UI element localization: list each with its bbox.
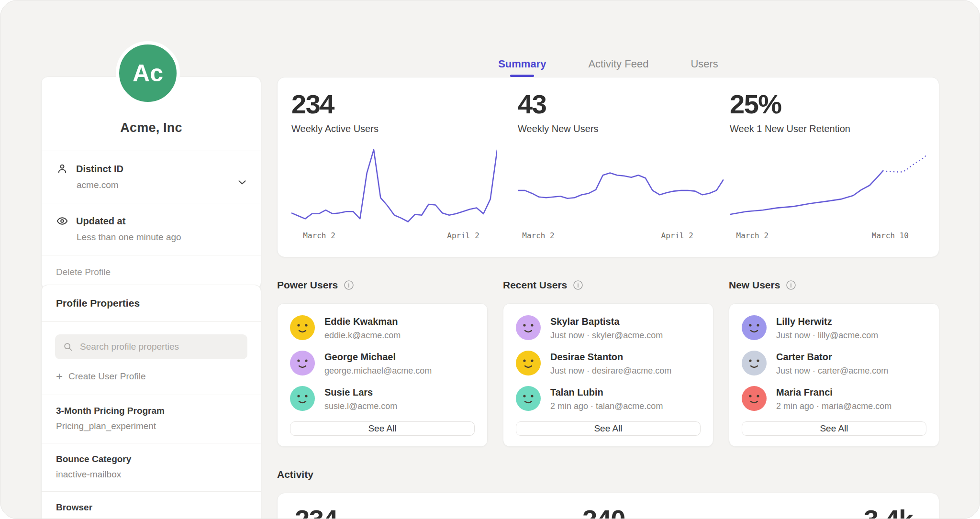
search-profile-properties[interactable] bbox=[55, 334, 247, 359]
user-name: Susie Lars bbox=[324, 386, 397, 398]
chevron-down-icon[interactable] bbox=[236, 176, 248, 188]
overview-col-weekly-new-users: 43 Weekly New Users March 2 April 2 bbox=[518, 91, 724, 242]
section-title: Power Users bbox=[277, 279, 488, 291]
create-user-profile-label: Create User Profile bbox=[68, 371, 146, 382]
section-recent-users: Recent UsersSkylar BaptistaJust now · sk… bbox=[503, 279, 713, 447]
see-all-button[interactable]: See All bbox=[516, 421, 701, 436]
section-title: New Users bbox=[729, 279, 939, 291]
x-axis-label: April 2 bbox=[661, 231, 693, 240]
user-row[interactable]: Skylar BaptistaJust now · skyler@acme.co… bbox=[516, 315, 701, 341]
user-row[interactable]: Talan Lubin2 min ago · talan@acme.com bbox=[516, 386, 701, 411]
overview-col-weekly-active-users: 234 Weekly Active Users March 2 April 2 bbox=[291, 91, 497, 242]
user-avatar-icon bbox=[516, 315, 541, 340]
user-name: Carter Bator bbox=[776, 351, 888, 363]
activity-stat: 234 bbox=[295, 504, 337, 519]
stat-value: 43 bbox=[518, 91, 724, 118]
face-illustration bbox=[290, 351, 315, 375]
user-name: George Michael bbox=[324, 351, 432, 363]
field-label: Distinct ID bbox=[76, 164, 123, 175]
face-illustration bbox=[742, 386, 767, 411]
user-row[interactable]: Eddie Kwakmaneddie.k@acme.com bbox=[290, 315, 475, 341]
user-name: Desirae Stanton bbox=[550, 351, 671, 363]
profile-properties-title: Profile Properties bbox=[42, 285, 261, 321]
property-name: 3-Month Pricing Program bbox=[56, 406, 246, 416]
person-icon bbox=[56, 163, 68, 175]
user-row[interactable]: Maria Franci2 min ago · maria@acme.com bbox=[742, 386, 926, 411]
x-axis-label: March 2 bbox=[736, 231, 768, 240]
user-row[interactable]: Lilly HerwitzJust now · lilly@acme.com bbox=[742, 315, 926, 341]
user-meta: Just now · desirare@acme.com bbox=[550, 366, 671, 376]
user-name: Lilly Herwitz bbox=[776, 315, 878, 327]
distinct-id-row[interactable]: Distinct ID acme.com bbox=[42, 151, 261, 203]
user-meta: susie.l@acme.com bbox=[324, 401, 397, 411]
user-avatar-icon bbox=[516, 351, 541, 375]
weekly-new-users-chart bbox=[518, 147, 724, 228]
user-row[interactable]: Carter BatorJust now · carter@acme.com bbox=[742, 351, 926, 376]
face-illustration bbox=[742, 351, 767, 375]
stat-value: 25% bbox=[730, 91, 935, 118]
profile-properties-card: Profile Properties + Create User Profile… bbox=[41, 285, 261, 519]
activity-title: Activity bbox=[277, 469, 939, 480]
face-illustration bbox=[290, 315, 315, 340]
info-icon[interactable] bbox=[344, 280, 354, 290]
user-meta: eddie.k@acme.com bbox=[324, 331, 401, 341]
user-avatar-icon bbox=[290, 315, 315, 340]
user-row[interactable]: Desirae StantonJust now · desirare@acme.… bbox=[516, 351, 701, 376]
user-list-card: Lilly HerwitzJust now · lilly@acme.comCa… bbox=[729, 303, 939, 447]
info-icon[interactable] bbox=[573, 280, 583, 290]
user-name: Skylar Baptista bbox=[550, 315, 663, 327]
user-avatar-icon bbox=[742, 315, 767, 340]
x-axis-labels: March 2 April 2 bbox=[291, 231, 497, 242]
property-value: inactive-mailbox bbox=[56, 469, 246, 480]
company-name: Acme, Inc bbox=[120, 121, 182, 135]
x-axis-labels: March 2 March 10 bbox=[730, 231, 935, 242]
face-illustration bbox=[516, 315, 541, 340]
face-illustration bbox=[516, 351, 541, 375]
see-all-button[interactable]: See All bbox=[290, 421, 475, 436]
stat-label: Weekly New Users bbox=[518, 123, 724, 134]
tab-activity-feed[interactable]: Activity Feed bbox=[588, 58, 648, 77]
delete-profile-button[interactable]: Delete Profile bbox=[42, 255, 261, 289]
user-meta: Just now · skyler@acme.com bbox=[550, 331, 663, 341]
field-value: acme.com bbox=[77, 180, 246, 190]
activity-card: 234 240 3.4k bbox=[277, 493, 939, 519]
user-row[interactable]: George Michaelgeorge.michael@acme.com bbox=[290, 351, 475, 376]
activity-stat: 3.4k bbox=[864, 504, 913, 519]
overview-card: 234 Weekly Active Users March 2 April 2 … bbox=[277, 77, 939, 257]
updated-at-row: Updated at Less than one minute ago bbox=[42, 203, 261, 255]
tab-summary[interactable]: Summary bbox=[498, 58, 546, 77]
overview-col-retention: 25% Week 1 New User Retention March 2 Ma… bbox=[730, 91, 935, 242]
section-new-users: New UsersLilly HerwitzJust now · lilly@a… bbox=[729, 279, 939, 447]
property-row: Bounce Category inactive-mailbox bbox=[42, 443, 261, 491]
user-meta: 2 min ago · talan@acme.com bbox=[550, 401, 663, 411]
user-avatar-icon bbox=[742, 386, 767, 411]
user-avatar-icon bbox=[516, 386, 541, 411]
x-axis-label: March 2 bbox=[522, 231, 554, 240]
stat-label: Weekly Active Users bbox=[291, 123, 497, 134]
plus-icon: + bbox=[56, 371, 63, 382]
face-illustration bbox=[290, 386, 315, 411]
user-avatar-icon bbox=[290, 386, 315, 411]
see-all-button[interactable]: See All bbox=[742, 421, 926, 436]
retention-chart bbox=[730, 147, 935, 228]
user-meta: Just now · carter@acme.com bbox=[776, 366, 888, 376]
activity-stat: 240 bbox=[582, 504, 625, 519]
field-label: Updated at bbox=[76, 216, 125, 227]
user-name: Eddie Kwakman bbox=[324, 315, 401, 327]
user-meta: Just now · lilly@acme.com bbox=[776, 331, 878, 341]
user-name: Maria Franci bbox=[776, 386, 891, 398]
x-axis-labels: March 2 April 2 bbox=[518, 231, 724, 242]
eye-icon bbox=[56, 215, 68, 227]
x-axis-label: March 10 bbox=[872, 231, 909, 240]
face-illustration bbox=[742, 315, 767, 340]
tab-users[interactable]: Users bbox=[690, 58, 718, 77]
app-window: Ac Acme, Inc Distinct ID acme.com bbox=[0, 0, 980, 519]
property-row: 3-Month Pricing Program Pricing_plan_exp… bbox=[42, 395, 261, 443]
search-input[interactable] bbox=[79, 341, 240, 353]
section-power-users: Power UsersEddie Kwakmaneddie.k@acme.com… bbox=[277, 279, 488, 447]
user-name: Talan Lubin bbox=[550, 386, 663, 398]
create-user-profile-button[interactable]: + Create User Profile bbox=[56, 371, 246, 382]
user-row[interactable]: Susie Larssusie.l@acme.com bbox=[290, 386, 475, 411]
section-title: Recent Users bbox=[503, 279, 713, 291]
info-icon[interactable] bbox=[786, 280, 796, 290]
